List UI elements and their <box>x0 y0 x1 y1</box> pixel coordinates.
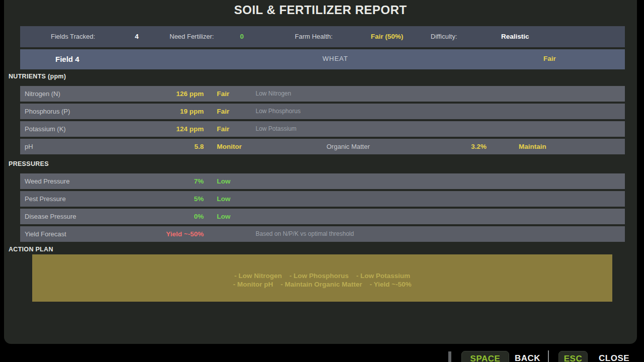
field-name: Field 4 <box>55 49 79 69</box>
field-header[interactable]: Field 4 WHEAT Fair <box>20 49 625 69</box>
nutrient-row-nitrogen: Nitrogen (N) 126 ppm Fair Low Nitrogen <box>20 86 625 102</box>
action-plan-section-label: ACTION PLAN <box>9 246 53 253</box>
pressures-section-label: PRESSURES <box>9 160 49 167</box>
yield-value: Yield ~-50% <box>121 226 204 242</box>
difficulty-value: Realistic <box>501 26 529 47</box>
pressure-status: Low <box>217 191 230 207</box>
need-fertilizer-label: Need Fertilizer: <box>170 26 214 47</box>
organic-matter-label: Organic Matter <box>327 139 370 154</box>
stats-bar: Fields Tracked: 4 Need Fertilizer: 0 Far… <box>20 26 625 47</box>
yield-note: Based on N/P/K vs optimal threshold <box>256 226 354 242</box>
footer-divider <box>548 350 549 362</box>
nutrient-label: Potassium (K) <box>25 121 66 137</box>
action-plan-box: - Low Nitrogen - Low Phosphorus - Low Po… <box>32 254 612 302</box>
pressure-row-disease: Disease Pressure 0% Low <box>20 209 625 224</box>
nutrient-value: 124 ppm <box>121 121 204 137</box>
yield-forecast-row: Yield Forecast Yield ~-50% Based on N/P/… <box>20 226 625 242</box>
action-plan-line-2: - Monitor pH - Maintain Organic Matter -… <box>233 280 411 289</box>
pressure-row-pest: Pest Pressure 5% Low <box>20 191 625 207</box>
pressure-status: Low <box>217 173 230 189</box>
page-title: SOIL & FERTILIZER REPORT <box>4 3 637 17</box>
nutrient-row-ph: pH 5.8 Monitor Organic Matter 3.2% Maint… <box>20 139 625 154</box>
farm-health-value: Fair (50%) <box>371 26 404 47</box>
back-button[interactable]: BACK <box>515 351 540 362</box>
ph-label: pH <box>25 139 33 154</box>
close-button[interactable]: CLOSE <box>599 351 629 362</box>
nutrient-row-potassium: Potassium (K) 124 ppm Fair Low Potassium <box>20 121 625 137</box>
ph-value: 5.8 <box>121 139 204 154</box>
pressure-row-weed: Weed Pressure 7% Low <box>20 173 625 189</box>
nutrients-section-label: NUTRIENTS (ppm) <box>9 73 66 80</box>
pressure-label: Disease Pressure <box>25 209 76 224</box>
pressure-status: Low <box>217 209 230 224</box>
footer-mini-divider <box>448 351 451 362</box>
field-crop: WHEAT <box>323 49 348 68</box>
pressure-label: Weed Pressure <box>25 173 69 189</box>
farm-health-label: Farm Health: <box>295 26 333 47</box>
fields-tracked-value: 4 <box>135 26 139 47</box>
yield-label: Yield Forecast <box>25 226 66 242</box>
footer-bar: SPACE BACK ESC CLOSE <box>0 344 644 362</box>
nutrient-status: Fair <box>217 121 229 137</box>
esc-key[interactable]: ESC <box>558 351 588 362</box>
organic-matter-status: Maintain <box>519 139 546 154</box>
pressure-value: 7% <box>121 173 204 189</box>
ph-status: Monitor <box>217 139 242 154</box>
nutrient-value: 126 ppm <box>121 86 204 102</box>
fields-tracked-label: Fields Tracked: <box>51 26 95 47</box>
action-plan-line-1: - Low Nitrogen - Low Phosphorus - Low Po… <box>234 272 411 280</box>
nutrient-note: Low Potassium <box>256 121 296 137</box>
pressure-label: Pest Pressure <box>25 191 66 207</box>
difficulty-label: Difficulty: <box>431 26 457 47</box>
field-condition: Fair <box>543 49 556 68</box>
report-panel: SOIL & FERTILIZER REPORT Fields Tracked:… <box>4 0 637 344</box>
nutrient-label: Phosphorus (P) <box>25 104 70 119</box>
nutrient-status: Fair <box>217 86 229 102</box>
need-fertilizer-value: 0 <box>240 26 244 47</box>
nutrient-status: Fair <box>217 104 229 119</box>
pressure-value: 5% <box>121 191 204 207</box>
nutrient-note: Low Phosphorus <box>256 104 300 119</box>
space-key[interactable]: SPACE <box>461 351 509 362</box>
nutrient-value: 19 ppm <box>121 104 204 119</box>
nutrient-label: Nitrogen (N) <box>25 86 60 102</box>
pressure-value: 0% <box>121 209 204 224</box>
nutrient-note: Low Nitrogen <box>256 86 291 102</box>
nutrient-row-phosphorus: Phosphorus (P) 19 ppm Fair Low Phosphoru… <box>20 104 625 119</box>
organic-matter-value: 3.2% <box>436 139 487 154</box>
